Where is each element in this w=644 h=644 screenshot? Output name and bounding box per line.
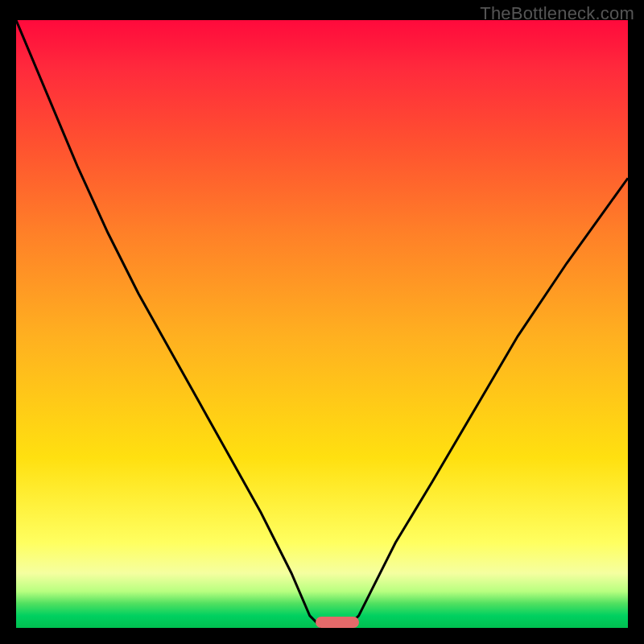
chart-container: TheBottleneck.com [0,0,644,644]
bottleneck-curve [16,20,628,628]
valley-marker [316,617,358,628]
plot-area [16,20,628,628]
watermark-text: TheBottleneck.com [480,3,634,24]
